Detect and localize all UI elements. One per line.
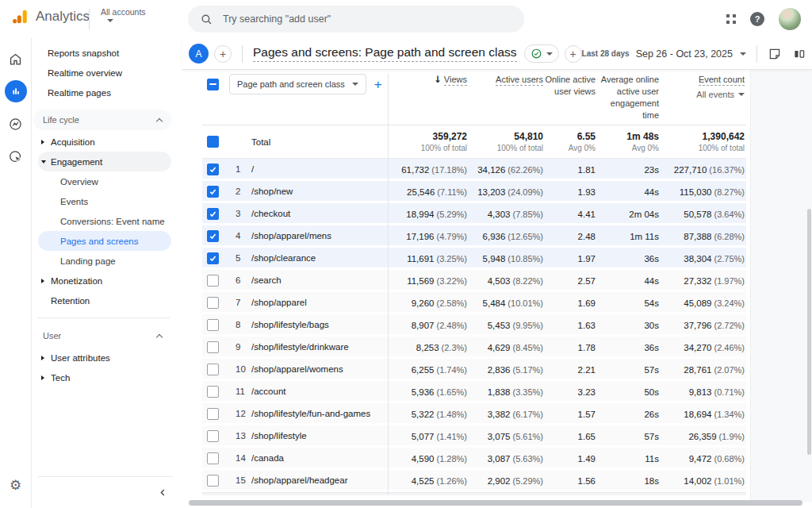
nav-item-acquisition[interactable]: Acquisition xyxy=(38,132,171,152)
row-checkbox[interactable] xyxy=(207,164,219,175)
row-index: 9 xyxy=(229,342,251,352)
row-checkbox[interactable] xyxy=(207,208,219,220)
table-row[interactable]: 6/search11,569(3.22%)4,503(8.22%)2.5744s… xyxy=(202,270,746,290)
column-header-active-users[interactable]: Active users xyxy=(467,74,543,86)
row-checkbox[interactable] xyxy=(207,230,219,242)
row-checkbox[interactable] xyxy=(207,297,219,309)
nav-item-user-attributes[interactable]: User attributes xyxy=(38,348,171,368)
google-apps-icon[interactable] xyxy=(726,14,737,25)
search-icon xyxy=(200,13,213,26)
table-row[interactable]: 5/shop/clearance11,691(3.25%)5,948(10.85… xyxy=(202,248,746,267)
column-header-online-active-user-views[interactable]: Online active user views xyxy=(543,74,596,98)
column-header-views[interactable]: ↓Views xyxy=(388,74,467,87)
advertising-icon[interactable] xyxy=(5,145,27,167)
metric-value: 8,253 xyxy=(416,343,439,352)
row-checkbox[interactable] xyxy=(207,452,219,464)
property-avatar[interactable]: A xyxy=(189,44,209,64)
dimension-selector[interactable]: Page path and screen class xyxy=(229,74,366,94)
table-row[interactable]: 12/shop/lifestyle/fun-and-games5,322(1.4… xyxy=(202,403,746,423)
collapse-arrow-icon[interactable] xyxy=(41,160,46,164)
expand-arrow-icon[interactable] xyxy=(41,279,44,283)
row-index: 2 xyxy=(229,187,251,196)
row-checkbox[interactable] xyxy=(207,341,219,353)
nav-item-label: Monetization xyxy=(51,276,102,286)
table-row[interactable]: 15/shop/apparel/headgear4,525(1.26%)2,90… xyxy=(202,470,746,490)
account-switcher[interactable]: All accounts xyxy=(101,7,146,22)
row-online-active-user-views: 1.81 xyxy=(543,162,596,176)
edit-comparison-icon[interactable] xyxy=(792,47,806,61)
nav-item-retention[interactable]: Retention xyxy=(38,291,171,310)
table-row[interactable]: 8/shop/lifestyle/bags8,907(2.48%)5,453(9… xyxy=(202,314,746,334)
expand-arrow-icon[interactable] xyxy=(41,375,44,380)
table-row[interactable]: 7/shop/apparel9,260(2.58%)5,484(10.01%)1… xyxy=(202,292,746,312)
vertical-scrollbar[interactable] xyxy=(807,209,811,455)
nav-section-user[interactable]: User xyxy=(33,325,171,346)
metric-percent: (1.28%) xyxy=(436,454,467,464)
table-row[interactable]: 1/61,732(17.18%)34,126(62.26%)1.8123s227… xyxy=(202,159,746,179)
nav-item-monetization[interactable]: Monetization xyxy=(38,271,171,291)
nav-item-events[interactable]: Events xyxy=(38,191,171,211)
column-header-event-count[interactable]: Event countAll events xyxy=(659,74,745,101)
nav-item-tech[interactable]: Tech xyxy=(38,368,171,387)
row-event-count: 34,270(2.46%) xyxy=(659,340,745,354)
help-icon[interactable]: ? xyxy=(750,12,764,26)
reports-icon[interactable] xyxy=(5,80,27,102)
row-checkbox[interactable] xyxy=(207,364,219,375)
table-row[interactable]: 13/shop/lifestyle5,077(1.41%)3,075(5.61%… xyxy=(202,425,746,445)
settings-gear-icon[interactable]: ⚙ xyxy=(10,477,21,494)
collapse-drawer-icon[interactable] xyxy=(158,487,168,498)
table-row[interactable]: 9/shop/lifestyle/drinkware8,253(2.3%)4,6… xyxy=(202,337,746,356)
row-checkbox[interactable] xyxy=(207,186,219,198)
metric-percent: (1.01%) xyxy=(714,476,745,486)
table-row[interactable]: 11/account5,936(1.65%)1,838(3.35%)3.2350… xyxy=(202,381,746,401)
analytics-logo[interactable]: Analytics xyxy=(11,8,90,25)
nav-item-overview[interactable]: Overview xyxy=(38,171,171,191)
totals-checkbox[interactable] xyxy=(207,136,219,148)
nav-item-reports-snapshot[interactable]: Reports snapshot xyxy=(38,43,171,63)
row-page-path: /account xyxy=(251,387,388,396)
expand-arrow-icon[interactable] xyxy=(41,356,44,360)
report-title[interactable]: Pages and screens: Page path and screen … xyxy=(253,45,517,62)
row-checkbox[interactable] xyxy=(207,252,219,264)
date-range-selector[interactable]: Sep 26 - Oct 23, 2025 xyxy=(636,48,733,60)
table-row[interactable]: 3/checkout18,994(5.29%)4,303(7.85%)4.412… xyxy=(202,203,746,223)
column-subfilter[interactable]: All events xyxy=(659,89,745,101)
horizontal-scrollbar[interactable] xyxy=(189,500,802,506)
row-checkbox[interactable] xyxy=(207,386,219,398)
row-views: 8,253(2.3%) xyxy=(388,340,467,354)
nav-item-realtime-overview[interactable]: Realtime overview xyxy=(38,63,171,83)
home-icon[interactable] xyxy=(5,48,27,70)
row-checkbox[interactable] xyxy=(207,275,219,287)
nav-item-pages-and-screens[interactable]: Pages and screens xyxy=(38,231,171,251)
row-checkbox[interactable] xyxy=(207,430,219,442)
row-checkbox[interactable] xyxy=(207,408,219,420)
explore-icon[interactable] xyxy=(5,113,27,135)
add-report-button[interactable]: + xyxy=(565,45,582,63)
notes-icon[interactable] xyxy=(768,47,782,61)
add-property-button[interactable]: + xyxy=(214,45,232,63)
nav-item-realtime-pages[interactable]: Realtime pages xyxy=(38,83,171,102)
metric-value: 28,761 xyxy=(684,365,711,375)
nav-item-landing-page[interactable]: Landing page xyxy=(38,251,171,271)
metric-value: 50,578 xyxy=(684,210,711,219)
search-bar[interactable]: Try searching "add user" xyxy=(188,6,524,33)
report-status-badge[interactable] xyxy=(524,44,559,63)
row-checkbox[interactable] xyxy=(207,475,219,487)
table-row[interactable]: 2/shop/new25,546(7.11%)13,203(24.09%)1.9… xyxy=(202,181,746,201)
table-row[interactable]: 4/shop/apparel/mens17,196(4.79%)6,936(12… xyxy=(202,225,746,245)
user-avatar[interactable] xyxy=(779,8,801,30)
check-circle-icon xyxy=(530,48,542,60)
row-select-cell xyxy=(202,448,229,468)
select-all-checkbox[interactable] xyxy=(207,79,219,90)
nav-item-conversions-event-name[interactable]: Conversions: Event name xyxy=(38,211,171,231)
nav-section-life-cycle[interactable]: Life cycle xyxy=(33,110,171,130)
table-row[interactable]: 14/canada4,590(1.28%)3,087(5.63%)1.4911s… xyxy=(202,448,746,468)
metric-value: 4,303 xyxy=(488,210,511,219)
row-views: 5,936(1.65%) xyxy=(388,384,467,398)
expand-arrow-icon[interactable] xyxy=(41,140,44,144)
column-header-average-online-active-user-engagement-time[interactable]: Average online active user engagement ti… xyxy=(596,74,659,121)
nav-item-engagement[interactable]: Engagement xyxy=(38,152,171,171)
row-checkbox[interactable] xyxy=(207,319,219,331)
table-row[interactable]: 10/shop/apparel/womens6,255(1.74%)2,836(… xyxy=(202,359,746,379)
add-dimension-button[interactable]: + xyxy=(374,78,382,91)
